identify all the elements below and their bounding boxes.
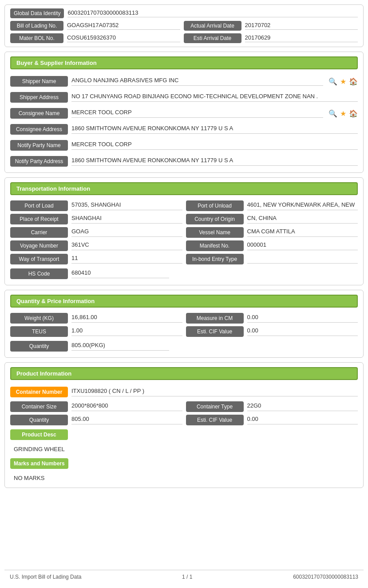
hs-code-value: 680410 [71,269,169,278]
esti-arrival-label: Esti Arrival Date [184,33,241,43]
esti-cif-col: Esti. CIF Value 0.00 [186,326,358,337]
carrier-col: Carrier GOAG [10,227,182,238]
port-row: Port of Load 57035, SHANGHAI Port of Unl… [10,200,358,211]
carrier-label: Carrier [10,227,68,238]
shipper-name-label: Shipper Name [10,76,68,87]
country-of-origin-col: Country of Origin CN, CHINA [186,214,358,224]
product-desc-value: GRINDING WHEEL [10,444,358,454]
product-desc-label: Product Desc [10,429,68,440]
port-of-load-col: Port of Load 57035, SHANGHAI [10,200,182,211]
port-of-unload-label: Port of Unload [186,200,244,211]
product-quantity-label: Quantity [10,415,68,425]
weight-label: Weight (KG) [10,313,68,324]
teus-value: 1.00 [71,327,182,336]
place-of-receipt-label: Place of Receipt [10,214,68,224]
consignee-search-icon[interactable]: 🔍 [328,109,337,118]
port-of-unload-col: Port of Unload 4601, NEW YORK/NEWARK ARE… [186,200,358,211]
voyage-number-label: Voyage Number [10,240,68,251]
transport-inbond-row: Way of Transport 11 In-bond Entry Type [10,254,358,264]
global-data-label: Global Data Identity [10,8,64,18]
measure-value: 0.00 [247,314,358,323]
shipper-search-icon[interactable]: 🔍 [328,77,337,86]
notify-party-address-value: 1860 SMITHTOWN AVENUE RONKONKOMA NY 1177… [71,157,358,166]
product-qty-col: Quantity 805.00 [10,415,182,425]
notify-party-address-row: Notify Party Address 1860 SMITHTOWN AVEN… [10,155,358,168]
in-bond-entry-col: In-bond Entry Type [186,254,358,264]
shipper-address-row: Shipper Address NO 17 CHUNYANG ROAD BINJ… [10,91,358,104]
quantity-row: Quantity 805.00(PKG) [10,340,358,353]
container-size-value: 2000*806*800 [71,402,182,411]
marks-value: NO MARKS [10,473,358,483]
country-of-origin-value: CN, CHINA [247,215,358,224]
product-esti-cif-value: 0.00 [247,416,358,424]
footer-left: U.S. Import Bill of Lading Data [10,574,81,580]
esti-cif-label: Esti. CIF Value [186,326,244,337]
marks-row: Marks and Numbers [10,457,358,470]
marks-label: Marks and Numbers [10,458,68,469]
voyage-number-col: Voyage Number 361VC [10,240,182,251]
receipt-origin-row: Place of Receipt SHANGHAI Country of Ori… [10,214,358,224]
actual-arrival-label: Actual Arrival Date [184,21,241,31]
notify-party-address-label: Notify Party Address [10,156,68,167]
manifest-no-value: 000001 [247,241,358,250]
shipper-name-row: Shipper Name ANGLO NANJING ABRASIVES MFG… [10,75,358,88]
shipper-star-icon[interactable]: ★ [340,77,346,86]
place-of-receipt-value: SHANGHAI [71,215,182,224]
shipper-address-label: Shipper Address [10,92,68,103]
container-type-col: Container Type 22G0 [186,401,358,412]
port-of-unload-value: 4601, NEW YORK/NEWARK AREA, NEW [247,201,358,210]
quantity-price-section: Quantity & Price Information Weight (KG)… [4,290,364,358]
transportation-section: Transportation Information Port of Load … [4,177,364,285]
global-data-row: Global Data Identity 6003201707030000083… [10,8,358,18]
notify-party-name-label: Notify Party Name [10,140,68,151]
footer: U.S. Import Bill of Lading Data 1 / 1 60… [4,570,364,584]
consignee-name-value: MERCER TOOL CORP [71,109,323,118]
way-of-transport-label: Way of Transport [10,254,68,264]
footer-right: 6003201707030000083113 [293,574,358,580]
container-number-label: Container Number [10,387,68,397]
container-type-label: Container Type [186,401,244,412]
shipper-home-icon[interactable]: 🏠 [349,77,358,86]
way-of-transport-col: Way of Transport 11 [10,254,182,264]
country-of-origin-label: Country of Origin [186,214,244,224]
container-number-row: Container Number ITXU1098820 ( CN / L / … [10,385,358,399]
quantity-price-title: Quantity & Price Information [10,295,358,308]
in-bond-entry-value [247,255,358,264]
consignee-name-label: Consignee Name [10,108,68,119]
vessel-name-col: Vessel Name CMA CGM ATTILA [186,227,358,238]
product-quantity-value: 805.00 [71,416,182,424]
measure-col: Measure in CM 0.00 [186,313,358,324]
manifest-no-label: Manifest No. [186,240,244,251]
product-desc-row: Product Desc [10,428,358,441]
actual-arrival-value: 20170702 [245,22,358,30]
shipper-icons: 🔍 ★ 🏠 [328,77,358,86]
container-type-value: 22G0 [247,402,358,411]
way-of-transport-value: 11 [71,255,182,264]
container-size-col: Container Size 2000*806*800 [10,401,182,412]
voyage-manifest-row: Voyage Number 361VC Manifest No. 000001 [10,240,358,251]
buyer-supplier-section: Buyer & Supplier Information Shipper Nam… [4,52,364,173]
vessel-name-label: Vessel Name [186,227,244,238]
place-of-receipt-col: Place of Receipt SHANGHAI [10,214,182,224]
container-size-type-row: Container Size 2000*806*800 Container Ty… [10,401,358,412]
shipper-name-value: ANGLO NANJING ABRASIVES MFG INC [71,77,323,86]
weight-col: Weight (KG) 16,861.00 [10,313,182,324]
shipper-address-value: NO 17 CHUNYANG ROAD BINJIANG ECONO MIC-T… [71,93,358,102]
in-bond-entry-label: In-bond Entry Type [186,254,244,264]
consignee-name-row: Consignee Name MERCER TOOL CORP 🔍 ★ 🏠 [10,107,358,120]
port-of-load-label: Port of Load [10,200,68,211]
product-section: Product Information Container Number ITX… [4,362,364,488]
esti-arrival-value: 20170629 [245,34,358,42]
notify-party-name-value: MERCER TOOL CORP [71,141,358,150]
consignee-address-row: Consignee Address 1860 SMITHTOWN AVENUE … [10,123,358,136]
consignee-address-label: Consignee Address [10,124,68,135]
container-number-value: ITXU1098820 ( CN / L / PP ) [71,388,358,396]
consignee-star-icon[interactable]: ★ [340,109,346,118]
page-wrapper: Global Data Identity 6003201707030000083… [0,0,368,588]
weight-value: 16,861.00 [71,314,182,323]
product-cif-col: Esti. CIF Value 0.00 [186,415,358,425]
bol-row: Bill of Lading No. GOAGSH17A07352 Actual… [10,21,358,31]
measure-label: Measure in CM [186,313,244,324]
carrier-value: GOAG [71,228,182,237]
consignee-home-icon[interactable]: 🏠 [349,109,358,118]
